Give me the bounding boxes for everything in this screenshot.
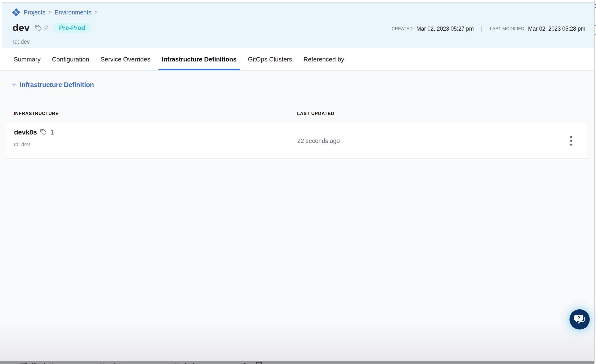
scrollbar-marker [595,35,596,35]
breadcrumb-environments-link[interactable]: Environments [54,9,91,16]
environment-name: dev [13,22,30,34]
tab-referenced-by[interactable]: Referenced by [304,48,344,70]
tag-icon [40,128,47,136]
infrastructure-name[interactable]: devk8s [14,128,37,136]
environment-header: Projects > Environments > dev 2 Pre-Prod… [2,2,594,48]
infrastructure-definitions-panel: + Infrastructure Definition INFRASTRUCTU… [0,71,596,364]
add-infrastructure-definition-button[interactable]: + Infrastructure Definition [12,81,94,89]
help-chat-fab[interactable]: ? [569,309,590,329]
tab-gitops-clusters[interactable]: GitOps Clusters [248,48,292,70]
kebab-dot [570,144,572,146]
tab-service-overrides[interactable]: Service Overrides [101,48,150,70]
chevron-right-icon: > [94,9,98,16]
column-header-infrastructure: INFRASTRUCTURE [14,111,59,116]
infrastructure-id: Id: dev [14,141,30,148]
svg-text:?: ? [577,315,580,320]
clipped-text-deploy: /deploy/ [174,362,194,364]
environment-type-badge: Pre-Prod [53,23,91,33]
table-header-row: INFRASTRUCTURE LAST UPDATED [0,111,596,117]
table-row[interactable]: devk8s 1 Id: dev 22 seconds ago [6,123,588,159]
meta-separator: | [479,25,484,33]
last-modified-label: LAST MODIFIED: [490,26,526,31]
project-diamond-icon [12,8,21,17]
clipped-text-slashes: // [244,362,246,364]
tag-count: 1 [50,128,54,136]
chevron-right-icon: > [48,9,52,16]
toolbar-divider [6,99,594,99]
clipped-text-inputs: <+inputs> [97,362,122,364]
scrollbar-marker [595,25,596,26]
environment-id: Id: dev [13,38,30,45]
environment-meta: CREATED: Mar 02, 2023 05:27 pm | LAST MO… [392,25,585,33]
infrastructure-name-cell: devk8s 1 [14,128,54,136]
clipped-text-k8s-manifest: K8s Manifest [20,362,53,364]
kebab-dot [570,136,572,138]
tag-count: 2 [44,24,48,32]
kebab-dot [570,140,572,142]
tab-configuration[interactable]: Configuration [52,48,89,70]
breadcrumb-projects-link[interactable]: Projects [24,9,45,16]
clipped-panel-icon [256,362,262,364]
scrollbar-marker [595,7,596,8]
chat-question-icon: ? [574,314,586,326]
last-updated-cell: 22 seconds ago [297,123,340,158]
last-modified-value: Mar 02, 2023 05:28 pm [528,26,585,32]
environment-tags: 2 [35,24,48,32]
row-options-menu-button[interactable] [568,134,574,148]
created-value: Mar 02, 2023 05:27 pm [416,26,474,32]
plus-icon: + [12,81,16,89]
environment-tab-bar: Summary Configuration Service Overrides … [0,48,596,71]
tab-infrastructure-definitions[interactable]: Infrastructure Definitions [162,48,237,70]
toolbar: + Infrastructure Definition [0,71,596,89]
add-infrastructure-definition-label: Infrastructure Definition [20,81,94,89]
environment-title-row: dev 2 Pre-Prod [13,22,91,34]
breadcrumb: Projects > Environments > [12,8,98,17]
occluded-window-strip: K8s Manifest <+inputs> /deploy/ // [0,361,596,364]
tab-summary[interactable]: Summary [14,48,40,70]
scrollbar-marker [595,4,596,5]
environment-details-page: Projects > Environments > dev 2 Pre-Prod… [0,0,596,364]
scrollbar-rail[interactable] [594,0,596,364]
tag-icon [35,24,42,32]
column-header-last-updated: LAST UPDATED [297,111,335,116]
created-label: CREATED: [392,26,414,31]
